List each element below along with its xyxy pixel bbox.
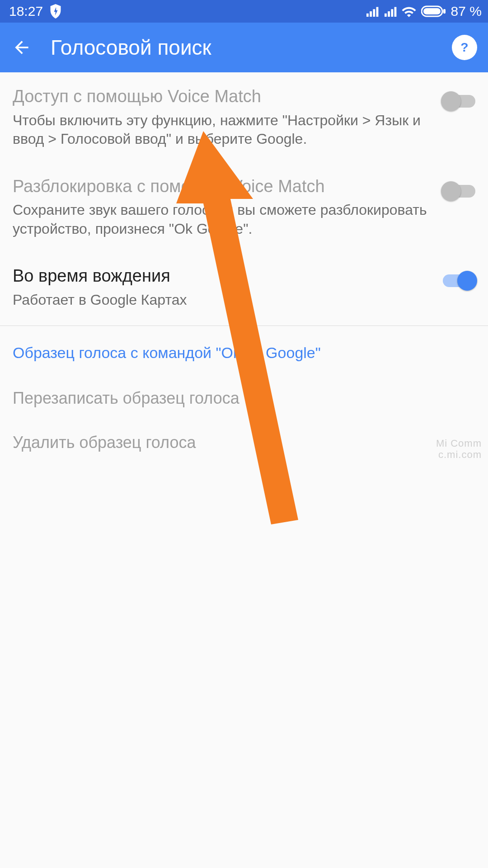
item-retrain-voice-model[interactable]: Перезаписать образец голоса xyxy=(0,376,488,420)
wifi-icon xyxy=(401,5,417,17)
setting-title: Разблокировка с помощью Voice Match xyxy=(13,176,434,198)
toggle-voice-match-unlock[interactable] xyxy=(443,185,475,198)
watermark-line1: Mi Comm xyxy=(436,438,482,449)
status-bar: 18:27 87 % xyxy=(0,0,488,23)
svg-text:?: ? xyxy=(460,40,468,54)
setting-voice-match-access[interactable]: Доступ с помощью Voice Match Чтобы включ… xyxy=(0,72,488,162)
watermark-line2: c.mi.com xyxy=(436,449,482,460)
back-button[interactable] xyxy=(11,37,33,58)
help-button[interactable]: ? xyxy=(452,35,477,60)
status-battery-pct: 87 % xyxy=(451,4,482,19)
signal-1-icon xyxy=(365,6,379,17)
shield-bolt-icon xyxy=(49,4,62,19)
setting-title: Во время вождения xyxy=(13,265,434,287)
battery-icon xyxy=(421,5,446,18)
setting-voice-match-unlock[interactable]: Разблокировка с помощью Voice Match Сохр… xyxy=(0,162,488,252)
item-delete-voice-model[interactable]: Удалить образец голоса xyxy=(0,420,488,465)
setting-title: Доступ с помощью Voice Match xyxy=(13,86,434,108)
signal-2-icon xyxy=(383,6,397,17)
setting-while-driving[interactable]: Во время вождения Работает в Google Карт… xyxy=(0,252,488,323)
setting-desc: Сохраните звук вашего голоса, и вы сможе… xyxy=(13,201,434,238)
toggle-voice-match-access[interactable] xyxy=(443,95,475,108)
toggle-while-driving[interactable] xyxy=(443,274,475,287)
svg-rect-2 xyxy=(443,9,446,14)
settings-content: Доступ с помощью Voice Match Чтобы включ… xyxy=(0,72,488,465)
setting-desc: Чтобы включить эту функцию, нажмите "Нас… xyxy=(13,111,434,149)
watermark: Mi Comm c.mi.com xyxy=(436,438,482,461)
app-bar: Голосовой поиск ? xyxy=(0,23,488,72)
section-header-voice-model: Образец голоса с командой "Окей, Google" xyxy=(0,326,488,376)
setting-desc: Работает в Google Картах xyxy=(13,291,434,310)
page-title: Голосовой поиск xyxy=(51,35,434,60)
status-time: 18:27 xyxy=(9,4,43,19)
svg-rect-1 xyxy=(423,8,441,14)
